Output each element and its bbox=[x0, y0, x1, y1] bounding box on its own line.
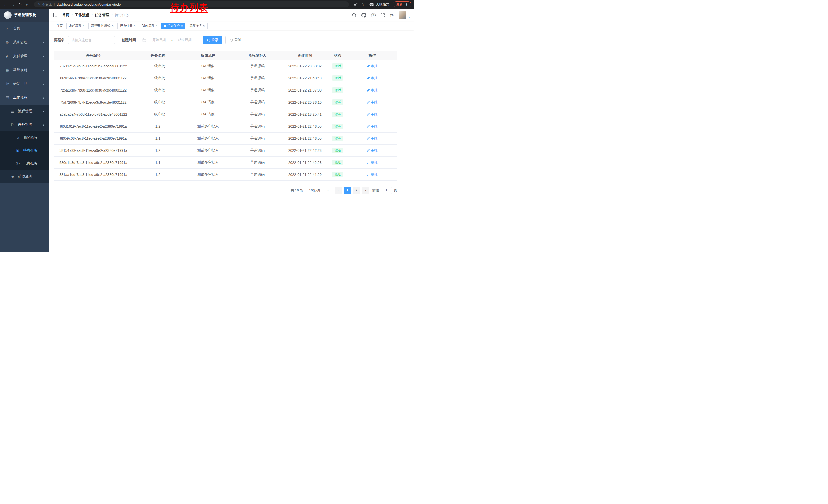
tools-icon: ⚒ bbox=[6, 82, 12, 86]
url-separator: | bbox=[54, 3, 55, 6]
approve-link[interactable]: 审批 bbox=[367, 124, 378, 129]
create-time-range-picker[interactable]: 开始日期 - 结束日期 bbox=[139, 36, 199, 44]
table-row: 8f059c03-7ac8-11ec-a9e2-a2380e71991a1.1测… bbox=[54, 132, 397, 144]
goto-label: 前往 bbox=[372, 188, 379, 193]
table-row: 069c6a63-7b8a-11ec-8ef0-acde48001122一级审批… bbox=[54, 72, 397, 84]
page-content: 流程名 创建时间 开始日期 - 结束日期 搜索 bbox=[49, 30, 414, 252]
sidebar-item-system[interactable]: ⚙系统管理▾ bbox=[0, 35, 49, 49]
task-name-cell: 一级审批 bbox=[133, 60, 183, 72]
approve-link[interactable]: 审批 bbox=[367, 64, 378, 68]
tab-process-detail[interactable]: 流程详情× bbox=[187, 22, 208, 29]
incognito-icon bbox=[369, 3, 374, 6]
sidebar-item-my-process[interactable]: ☺我的流程 bbox=[0, 131, 49, 144]
approve-link[interactable]: 审批 bbox=[367, 88, 378, 93]
approve-link[interactable]: 审批 bbox=[367, 112, 378, 117]
end-date-placeholder: 结束日期 bbox=[174, 38, 196, 42]
approve-link[interactable]: 审批 bbox=[367, 160, 378, 165]
approve-link[interactable]: 审批 bbox=[367, 148, 378, 153]
tab-close-icon[interactable]: × bbox=[203, 24, 205, 28]
payment-icon: ¥ bbox=[6, 54, 12, 58]
tab-done-tasks[interactable]: 已办任务× bbox=[118, 22, 138, 29]
tab-form-edit[interactable]: 流程表单-编辑× bbox=[88, 22, 117, 29]
sidebar-item-process-mgmt[interactable]: ☰流程管理▾ bbox=[0, 104, 49, 118]
tab-todo-tasks[interactable]: 待办任务× bbox=[161, 22, 185, 29]
status-badge: 激活 bbox=[332, 63, 343, 68]
process-cell: 测试多审批人 bbox=[183, 132, 233, 144]
fullscreen-icon[interactable] bbox=[380, 13, 385, 17]
tab-close-icon[interactable]: × bbox=[112, 24, 114, 28]
task-name-cell: 1.1 bbox=[133, 132, 183, 144]
sidebar-item-infra[interactable]: ▦基础设施▾ bbox=[0, 63, 49, 77]
reset-button[interactable]: 重置 bbox=[225, 36, 245, 44]
tab-my-process[interactable]: 我的流程× bbox=[139, 22, 160, 29]
tab-close-icon[interactable]: × bbox=[156, 24, 158, 28]
workflow-icon: ▤ bbox=[6, 95, 12, 100]
tab-label: 发起流程 bbox=[69, 24, 81, 28]
refresh-icon[interactable]: ↻ bbox=[17, 2, 23, 7]
sidebar-item-workflow[interactable]: ▤工作流程▴ bbox=[0, 91, 49, 104]
approve-link[interactable]: 审批 bbox=[367, 136, 378, 141]
page-button-2[interactable]: 2 bbox=[353, 187, 360, 194]
process-name-input[interactable] bbox=[68, 36, 115, 44]
status-badge: 激活 bbox=[332, 87, 343, 93]
tab-label: 首页 bbox=[56, 24, 63, 28]
font-size-icon[interactable]: T⇅ bbox=[389, 13, 394, 17]
approve-link[interactable]: 审批 bbox=[367, 100, 378, 104]
approve-link[interactable]: 审批 bbox=[367, 76, 378, 81]
breadcrumb-separator: / bbox=[92, 13, 93, 17]
tab-start-process[interactable]: 发起流程× bbox=[67, 22, 87, 29]
sidebar-item-label: 待办任务 bbox=[23, 148, 38, 153]
status-badge: 激活 bbox=[332, 99, 343, 104]
pagination: 共 16 条 10条/页 ▾ ‹ 12 › 前往 页 bbox=[54, 187, 397, 194]
avatar-dropdown-caret-icon[interactable]: ▾ bbox=[409, 16, 410, 19]
tab-label: 流程详情 bbox=[189, 24, 202, 28]
tab-close-icon[interactable]: × bbox=[134, 24, 136, 28]
sidebar-item-done-tasks[interactable]: ≫已办任务 bbox=[0, 157, 49, 170]
sidebar-item-payment[interactable]: ¥支付管理▾ bbox=[0, 49, 49, 63]
tab-close-icon[interactable]: × bbox=[83, 24, 85, 28]
sidebar-item-label: 请假查询 bbox=[18, 174, 32, 179]
key-icon[interactable] bbox=[353, 2, 359, 7]
action-cell: 审批 bbox=[347, 156, 397, 169]
bookmark-star-icon[interactable]: ☆ bbox=[360, 2, 366, 7]
user-avatar[interactable] bbox=[399, 11, 406, 19]
sidebar-collapse-icon[interactable] bbox=[53, 13, 58, 17]
page-button-1[interactable]: 1 bbox=[344, 187, 351, 194]
table-row: a6aba0a4-7b6d-11ec-b781-acde48001122一级审批… bbox=[54, 108, 397, 120]
sidebar-item-leave-query[interactable]: ☻请假查询 bbox=[0, 170, 49, 183]
sidebar-item-task-mgmt[interactable]: ⚐任务管理▴ bbox=[0, 118, 49, 131]
approve-link[interactable]: 审批 bbox=[367, 172, 378, 177]
back-icon[interactable]: ← bbox=[3, 2, 9, 7]
task-name-cell: 1.2 bbox=[133, 144, 183, 156]
tab-home[interactable]: 首页 bbox=[54, 22, 65, 29]
forward-icon[interactable]: → bbox=[10, 2, 16, 7]
action-cell: 审批 bbox=[347, 108, 397, 120]
approve-label: 审批 bbox=[371, 172, 378, 177]
table-row: 75d72608-7b7f-11ec-a3c8-acde48001122一级审批… bbox=[54, 96, 397, 108]
breadcrumb-item[interactable]: 首页 bbox=[62, 13, 69, 17]
search-button[interactable]: 搜索 bbox=[203, 36, 222, 44]
search-icon[interactable] bbox=[352, 13, 357, 17]
page-size-select[interactable]: 10条/页 ▾ bbox=[306, 187, 331, 194]
sidebar-item-todo-tasks[interactable]: ◉待办任务 bbox=[0, 144, 49, 157]
tab-close-icon[interactable]: × bbox=[181, 24, 183, 28]
todo-eye-icon: ◉ bbox=[16, 148, 22, 153]
task-id-cell: 725a1eb6-7b88-11ec-8ef0-acde48001122 bbox=[54, 84, 133, 96]
process-cell: OA 请假 bbox=[183, 60, 233, 72]
goto-page-input[interactable] bbox=[381, 187, 392, 194]
next-page-button[interactable]: › bbox=[362, 187, 369, 194]
prev-page-button[interactable]: ‹ bbox=[335, 187, 342, 194]
status-cell: 激活 bbox=[328, 72, 347, 84]
update-button[interactable]: 更新 ⋮ bbox=[393, 1, 411, 7]
github-icon[interactable] bbox=[362, 13, 366, 18]
help-icon[interactable]: ? bbox=[371, 13, 376, 17]
sidebar-item-label: 研发工具 bbox=[13, 82, 28, 86]
breadcrumb-item[interactable]: 任务管理 bbox=[95, 13, 109, 17]
sidebar-item-devtools[interactable]: ⚒研发工具▾ bbox=[0, 77, 49, 91]
breadcrumb-item[interactable]: 工作流程 bbox=[75, 13, 89, 17]
sidebar-menu: ◔首页⚙系统管理▾¥支付管理▾▦基础设施▾⚒研发工具▾▤工作流程▴☰流程管理▾⚐… bbox=[0, 21, 49, 183]
approve-label: 审批 bbox=[371, 100, 378, 104]
sidebar-item-home[interactable]: ◔首页 bbox=[0, 21, 49, 35]
home-icon[interactable]: ⌂ bbox=[24, 2, 30, 7]
browser-menu-icon[interactable]: ⋮ bbox=[405, 2, 408, 6]
